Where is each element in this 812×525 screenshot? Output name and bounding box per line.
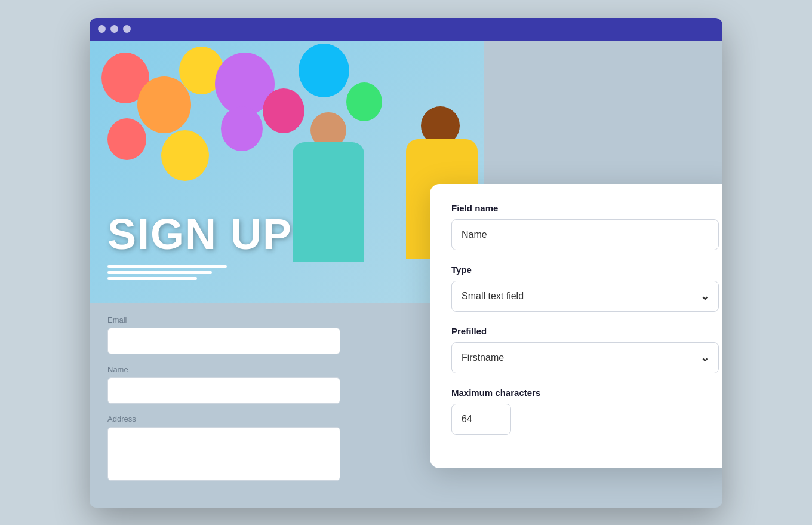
balloon-9 (161, 130, 209, 181)
email-field-group: Email (107, 315, 466, 354)
settings-panel: Field name Type Small text field Large t… (430, 184, 722, 468)
email-input[interactable] (107, 328, 340, 354)
email-label: Email (107, 315, 466, 324)
type-label: Type (451, 265, 719, 275)
sign-up-line-1 (107, 265, 227, 268)
person-body-left (293, 142, 364, 262)
prefilled-label: Prefilled (451, 326, 719, 336)
hero-sign-up-text: SIGN UP (107, 213, 293, 256)
browser-titlebar (90, 18, 722, 41)
browser-content: SIGN UP (90, 41, 722, 508)
balloon-8 (107, 118, 146, 160)
prefilled-select-wrapper: Firstname Lastname Email Phone None ⌄ (451, 342, 719, 373)
prefilled-group: Prefilled Firstname Lastname Email Phone… (451, 326, 719, 373)
max-chars-group: Maximum characters (451, 388, 719, 435)
sign-up-lines (107, 265, 227, 280)
balloon-10 (221, 106, 263, 151)
field-name-label: Field name (451, 203, 719, 213)
sign-up-line-3 (107, 277, 197, 280)
person-left (281, 100, 376, 303)
sign-up-line-2 (107, 271, 212, 274)
type-select[interactable]: Small text field Large text field Number… (451, 281, 719, 312)
address-textarea[interactable] (107, 427, 340, 481)
browser-window: SIGN UP (90, 18, 722, 508)
type-select-wrapper: Small text field Large text field Number… (451, 281, 719, 312)
traffic-light-close[interactable] (98, 25, 106, 33)
max-chars-label: Maximum characters (451, 388, 719, 398)
max-chars-input[interactable] (451, 404, 511, 435)
signup-panel: SIGN UP (90, 41, 484, 508)
address-label: Address (107, 415, 466, 423)
hero-image: SIGN UP (90, 41, 484, 303)
name-field-group: Name (107, 365, 466, 404)
field-name-group: Field name (451, 203, 719, 250)
name-label: Name (107, 365, 466, 374)
address-field-group: Address (107, 415, 466, 483)
form-section: Email Name Address (90, 303, 484, 506)
traffic-light-minimize[interactable] (110, 25, 118, 33)
traffic-light-maximize[interactable] (123, 25, 131, 33)
prefilled-select[interactable]: Firstname Lastname Email Phone None (451, 342, 719, 373)
name-input[interactable] (107, 377, 340, 404)
type-group: Type Small text field Large text field N… (451, 265, 719, 312)
field-name-input[interactable] (451, 219, 719, 250)
